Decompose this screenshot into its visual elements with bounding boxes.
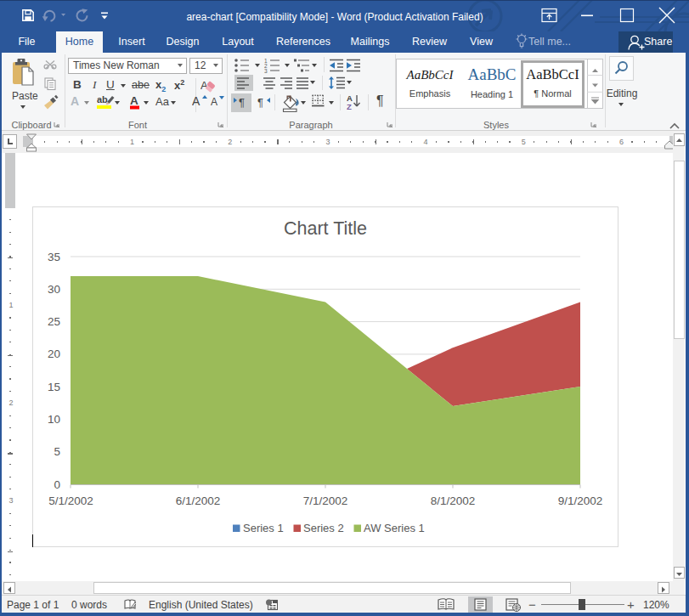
svg-text:A: A (200, 79, 208, 92)
svg-text:6/1/2002: 6/1/2002 (176, 494, 221, 507)
svg-text:25: 25 (48, 315, 60, 328)
svg-text:A: A (192, 94, 200, 108)
svg-text:A: A (211, 96, 217, 108)
svg-text:Chart Title: Chart Title (284, 218, 367, 239)
svg-text:ab: ab (97, 94, 108, 105)
svg-text:9/1/2002: 9/1/2002 (558, 494, 603, 507)
svg-text:5: 5 (54, 445, 60, 458)
svg-text:15: 15 (48, 381, 60, 393)
svg-text:Series 2: Series 2 (303, 522, 344, 534)
svg-text:¶: ¶ (239, 96, 245, 109)
svg-text:8/1/2002: 8/1/2002 (431, 494, 476, 507)
svg-text:¶: ¶ (257, 96, 263, 109)
svg-text:Z: Z (347, 102, 352, 110)
svg-text:AW Series 1: AW Series 1 (364, 522, 425, 534)
svg-text:30: 30 (48, 283, 60, 296)
svg-text:0: 0 (54, 478, 60, 491)
svg-text:5/1/2002: 5/1/2002 (48, 494, 93, 507)
svg-text:35: 35 (48, 251, 60, 263)
svg-text:20: 20 (48, 348, 60, 360)
svg-text:A: A (130, 94, 138, 107)
svg-text:Series 1: Series 1 (243, 522, 284, 534)
svg-text:3: 3 (264, 68, 268, 74)
svg-text:7/1/2002: 7/1/2002 (303, 494, 348, 507)
svg-text:10: 10 (48, 413, 60, 426)
